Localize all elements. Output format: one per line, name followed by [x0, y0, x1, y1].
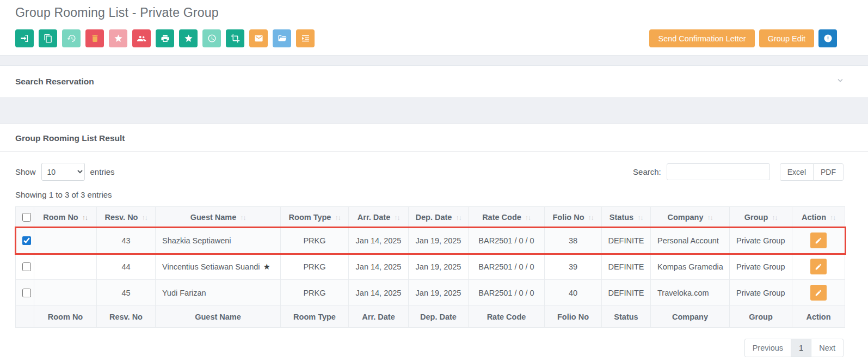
cell-action [792, 254, 845, 280]
rooming-list-result-panel: Group Rooming List Result Show 10 entrie… [0, 124, 868, 361]
group-edit-button[interactable]: Group Edit [759, 29, 814, 47]
clock-icon [207, 34, 217, 43]
cell-rate-code: BAR2501 / 0 / 0 [469, 254, 545, 280]
chevron-down-icon [835, 76, 845, 85]
sort-icon: ↑↓ [82, 214, 88, 222]
trash-icon [90, 34, 100, 43]
column-header-rate-code: Rate Code [469, 306, 545, 328]
sort-icon: ↑↓ [240, 214, 245, 222]
sort-icon: ↑↓ [525, 214, 531, 222]
page-length-control: Show 10 entries [15, 163, 115, 181]
page-number-button[interactable]: 1 [791, 339, 811, 357]
folder-open-icon [278, 34, 287, 43]
toolbar-button-history[interactable] [62, 29, 81, 47]
column-header-room-no: Room No [34, 306, 97, 328]
column-header-group[interactable]: Group↑↓ [730, 207, 792, 228]
toolbar-button-folder-open[interactable] [273, 29, 291, 47]
cell-company: Traveloka.com [651, 280, 730, 306]
page-header: Group Rooming List - Private Group Send … [0, 0, 868, 55]
column-header-room-type[interactable]: Room Type↑↓ [281, 207, 349, 228]
toolbar-button-print[interactable] [156, 29, 174, 47]
rooming-list-table: Room No↑↓Resv. No↑↓Guest Name↑↓Room Type… [15, 206, 845, 328]
toolbar-button-indent[interactable] [296, 29, 315, 47]
select-all-cell [16, 306, 34, 328]
toolbar-button-crop[interactable] [226, 29, 244, 47]
edit-row-button[interactable] [810, 232, 827, 248]
column-header-folio-no[interactable]: Folio No↑↓ [545, 207, 602, 228]
print-icon [161, 34, 170, 43]
toolbar-button-sign-in[interactable] [15, 29, 34, 47]
toolbar-button-users[interactable] [132, 29, 151, 47]
column-header-dep-date[interactable]: Dep. Date↑↓ [409, 207, 469, 228]
cell-room-type: PRKG [281, 228, 349, 254]
crop-icon [231, 34, 240, 43]
next-page-button[interactable]: Next [811, 339, 844, 357]
toolbar-button-envelope[interactable] [249, 29, 268, 47]
copy-icon [44, 34, 53, 43]
column-header-action[interactable]: Action↑↓ [792, 207, 845, 228]
row-checkbox[interactable] [22, 289, 31, 297]
cell-dep-date: Jan 19, 2025 [409, 280, 469, 306]
export-excel-button[interactable]: Excel [780, 163, 814, 181]
toolbar-button-star[interactable] [109, 29, 127, 47]
cell-group: Private Group [730, 280, 792, 306]
sign-in-icon [20, 34, 29, 43]
column-header-resv-no[interactable]: Resv. No↑↓ [97, 207, 156, 228]
sort-icon: ↑↓ [455, 214, 461, 222]
cell-room-no [34, 228, 97, 254]
toolbar-icon-group [15, 29, 315, 47]
column-header-status: Status [602, 306, 651, 328]
column-header-action: Action [792, 306, 845, 328]
toolbar-button-clock[interactable] [202, 29, 221, 47]
column-header-company[interactable]: Company↑↓ [651, 207, 730, 228]
cell-group: Private Group [730, 228, 792, 254]
previous-page-button[interactable]: Previous [744, 339, 791, 357]
cell-dep-date: Jan 19, 2025 [409, 228, 469, 254]
table-search-control: Search: ExcelPDF [633, 163, 844, 181]
table-search-input[interactable] [667, 163, 770, 180]
edit-row-button[interactable] [810, 285, 827, 301]
indent-icon [301, 34, 310, 43]
table-row: 44Vincentius Setiawan Suandi★PRKGJan 14,… [16, 254, 845, 280]
column-header-guest-name[interactable]: Guest Name↑↓ [156, 207, 281, 228]
exclamation-circle-icon [823, 34, 833, 43]
cell-company: Kompas Gramedia [651, 254, 730, 280]
column-header-arr-date: Arr. Date [349, 306, 409, 328]
info-button[interactable] [818, 29, 837, 47]
cell-resv-no: 43 [97, 228, 156, 254]
cell-action [792, 228, 845, 254]
cell-resv-no: 45 [97, 280, 156, 306]
cell-folio-no: 39 [545, 254, 602, 280]
search-reservation-panel[interactable]: Search Reservation [0, 65, 868, 98]
column-header-room-no[interactable]: Room No↑↓ [34, 207, 97, 228]
cell-arr-date: Jan 14, 2025 [349, 280, 409, 306]
select-all-checkbox[interactable] [22, 213, 31, 222]
column-header-company: Company [651, 306, 730, 328]
edit-row-button[interactable] [810, 259, 827, 274]
sort-icon: ↑↓ [394, 214, 399, 222]
sort-icon: ↑↓ [141, 214, 147, 222]
panel-collapse-toggle[interactable] [835, 76, 845, 88]
column-header-status[interactable]: Status↑↓ [602, 207, 651, 228]
show-label: Show [15, 167, 36, 176]
cell-rate-code: BAR2501 / 0 / 0 [469, 280, 545, 306]
row-checkbox[interactable] [22, 236, 31, 245]
users-icon [137, 34, 146, 43]
row-checkbox[interactable] [22, 262, 31, 271]
column-header-arr-date[interactable]: Arr. Date↑↓ [349, 207, 409, 228]
envelope-icon [254, 34, 263, 43]
showing-entries-text: Showing 1 to 3 of 3 entries [0, 181, 868, 206]
column-header-rate-code[interactable]: Rate Code↑↓ [469, 207, 545, 228]
toolbar-button-star[interactable] [179, 29, 198, 47]
toolbar-button-trash[interactable] [85, 29, 104, 47]
column-header-guest-name: Guest Name [156, 306, 281, 328]
guest-star-icon: ★ [263, 262, 270, 271]
send-confirmation-letter-button[interactable]: Send Confirmation Letter [649, 29, 754, 47]
result-panel-title: Group Rooming List Result [15, 133, 125, 143]
search-label: Search: [633, 167, 661, 176]
toolbar-button-copy[interactable] [39, 29, 57, 47]
export-pdf-button[interactable]: PDF [813, 163, 844, 181]
table-row: 43Shazkia SeptiaweniPRKGJan 14, 2025Jan … [16, 228, 845, 254]
cell-room-no [34, 280, 97, 306]
page-length-select[interactable]: 10 [41, 163, 85, 181]
